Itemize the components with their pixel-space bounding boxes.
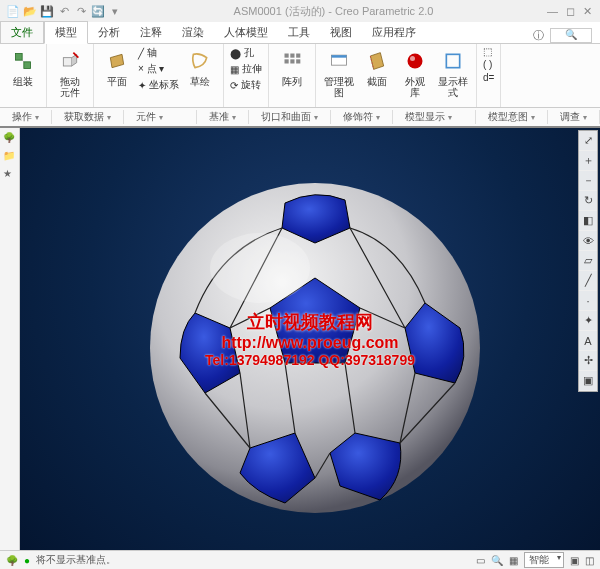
selection-filter-icon[interactable]: ▭: [476, 555, 485, 566]
zoom-in-icon[interactable]: ＋: [579, 151, 597, 171]
sketch-button[interactable]: 草绘: [183, 46, 217, 87]
search-icon[interactable]: 🔍: [550, 28, 592, 43]
window-controls: — ◻ ✕: [539, 5, 600, 18]
tree-toggle-icon[interactable]: 🌳: [6, 555, 18, 566]
selection-combo[interactable]: 智能: [524, 552, 564, 568]
new-icon[interactable]: 📄: [6, 4, 20, 18]
drag-button[interactable]: 拖动 元件: [53, 46, 87, 98]
display-style-icon: [440, 48, 466, 74]
tab-analysis[interactable]: 分析: [88, 22, 130, 43]
plane-icon: [104, 48, 130, 74]
section-button[interactable]: 截面: [360, 46, 394, 87]
svg-rect-7: [290, 59, 294, 63]
grp-cut[interactable]: 切口和曲面▾: [249, 110, 331, 124]
extrude-button[interactable]: ▦拉伸: [230, 62, 262, 76]
misc1-icon[interactable]: ⬚: [483, 46, 494, 57]
manage-view-button[interactable]: 管理视图: [322, 46, 356, 98]
misc2-icon[interactable]: ( ): [483, 59, 494, 70]
csys-button[interactable]: ✦坐标系: [138, 78, 179, 92]
assemble-icon: [10, 48, 36, 74]
annotation-icon[interactable]: A: [579, 331, 597, 351]
misc-icons: ⬚ ( ) d=: [483, 46, 494, 83]
minimize-icon[interactable]: —: [547, 5, 558, 18]
tree-tab-icon[interactable]: 🌳: [3, 132, 17, 146]
ribbon-group-labels: 操作▾ 获取数据▾ 元件▾ 基准▾ 切口和曲面▾ 修饰符▾ 模型显示▾ 模型意图…: [0, 108, 600, 128]
svg-point-11: [408, 54, 423, 69]
appearance-icon: [402, 48, 428, 74]
spin-center-icon[interactable]: ✢: [579, 351, 597, 371]
grp-component[interactable]: 元件▾: [124, 110, 197, 124]
tab-model[interactable]: 模型: [44, 21, 88, 44]
tab-tools[interactable]: 工具: [278, 22, 320, 43]
svg-rect-6: [285, 59, 289, 63]
point-button[interactable]: × 点 ▾: [138, 62, 179, 76]
save-icon[interactable]: 💾: [40, 4, 54, 18]
redo-icon[interactable]: ↷: [74, 4, 88, 18]
plane-button[interactable]: 平面: [100, 46, 134, 87]
assemble-button[interactable]: 组装: [6, 46, 40, 87]
tab-manikin[interactable]: 人体模型: [214, 22, 278, 43]
refit-icon[interactable]: ⤢: [579, 131, 597, 151]
repaint-icon[interactable]: ↻: [579, 191, 597, 211]
folder-tab-icon[interactable]: 📁: [3, 150, 17, 164]
star-tab-icon[interactable]: ★: [3, 168, 17, 182]
revolve-icon: ⟳: [230, 80, 238, 91]
grp-model-intent[interactable]: 模型意图▾: [476, 110, 548, 124]
datum-point-icon[interactable]: ·: [579, 291, 597, 311]
datum-csys-icon[interactable]: ✦: [579, 311, 597, 331]
quick-access-toolbar: 📄 📂 💾 ↶ ↷ 🔄 ▾: [0, 4, 128, 18]
svg-rect-4: [290, 54, 294, 58]
select-all-icon[interactable]: ▣: [570, 555, 579, 566]
manage-view-icon: [326, 48, 352, 74]
status-message: 将不显示基准点。: [36, 553, 116, 567]
tab-apps[interactable]: 应用程序: [362, 22, 426, 43]
find-icon[interactable]: 🔍: [491, 555, 503, 566]
message-icon[interactable]: ●: [24, 555, 30, 566]
pattern-button[interactable]: 阵列: [275, 46, 309, 87]
csys-icon: ✦: [138, 80, 146, 91]
maximize-icon[interactable]: ◻: [566, 5, 575, 18]
revolve-button[interactable]: ⟳旋转: [230, 78, 262, 92]
tab-render[interactable]: 渲染: [172, 22, 214, 43]
drag-icon: [57, 48, 83, 74]
datum-plane-icon[interactable]: ▱: [579, 251, 597, 271]
zoom-out-icon[interactable]: －: [579, 171, 597, 191]
grp-datum[interactable]: 基准▾: [197, 110, 249, 124]
section-icon: [364, 48, 390, 74]
axis-button[interactable]: ╱轴: [138, 46, 179, 60]
grp-investigate[interactable]: 调查▾: [548, 110, 600, 124]
misc3-icon[interactable]: d=: [483, 72, 494, 83]
close-icon[interactable]: ✕: [583, 5, 592, 18]
svg-rect-8: [296, 59, 300, 63]
svg-rect-13: [446, 54, 459, 67]
display-style-button[interactable]: 显示样 式: [436, 46, 470, 98]
grp-operate[interactable]: 操作▾: [0, 110, 52, 124]
windows-icon[interactable]: ▾: [108, 4, 122, 18]
hole-button[interactable]: ⬤孔: [230, 46, 262, 60]
view-toolbar: ⤢ ＋ － ↻ ◧ 👁 ▱ ╱ · ✦ A ✢ ▣: [578, 130, 598, 392]
highlight-icon[interactable]: ◫: [585, 555, 594, 566]
3d-viewport[interactable]: 立时视频教程网 http://www.proeug.com Tel:137949…: [20, 128, 600, 550]
sketch-icon: [187, 48, 213, 74]
svg-rect-5: [296, 54, 300, 58]
appearance-button[interactable]: 外观 库: [398, 46, 432, 98]
grp-get-data[interactable]: 获取数据▾: [52, 110, 124, 124]
open-icon[interactable]: 📂: [23, 4, 37, 18]
datum-axis-icon[interactable]: ╱: [579, 271, 597, 291]
saved-view-icon[interactable]: 👁: [579, 231, 597, 251]
datum-small-buttons: ╱轴 × 点 ▾ ✦坐标系: [138, 46, 179, 92]
ribbon: 组装 拖动 元件 平面 ╱轴 × 点 ▾ ✦坐标系 草绘: [0, 44, 600, 108]
grp-model-display[interactable]: 模型显示▾: [393, 110, 476, 124]
perspective-icon[interactable]: ▣: [579, 371, 597, 391]
help-icon[interactable]: ⓘ: [533, 28, 544, 43]
file-menu[interactable]: 文件: [0, 21, 44, 43]
undo-icon[interactable]: ↶: [57, 4, 71, 18]
svg-point-15: [210, 233, 310, 303]
tab-annotate[interactable]: 注释: [130, 22, 172, 43]
shade-icon[interactable]: ◧: [579, 211, 597, 231]
tab-view[interactable]: 视图: [320, 22, 362, 43]
grp-modifier[interactable]: 修饰符▾: [331, 110, 393, 124]
geom-filter-icon[interactable]: ▦: [509, 555, 518, 566]
titlebar: 📄 📂 💾 ↶ ↷ 🔄 ▾ ASM0001 (活动的) - Creo Param…: [0, 0, 600, 22]
regenerate-icon[interactable]: 🔄: [91, 4, 105, 18]
